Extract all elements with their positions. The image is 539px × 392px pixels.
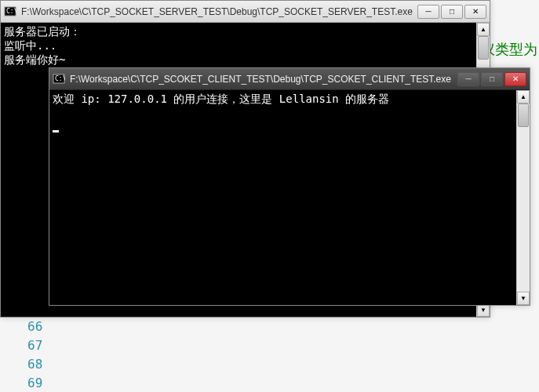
scroll-thumb[interactable]: [518, 103, 529, 127]
maximize-button[interactable]: □: [441, 5, 463, 19]
scroll-up-button[interactable]: ▲: [517, 90, 530, 103]
minimize-button[interactable]: ─: [457, 72, 479, 86]
scroll-track[interactable]: [517, 103, 530, 292]
client-window-buttons: ─ □ ✕: [457, 72, 526, 86]
console-icon: C:\: [53, 73, 65, 85]
client-title-text: F:\Workspace\C\TCP_SCOKET_CLIENT_TEST\De…: [70, 74, 457, 85]
svg-text:C:\: C:\: [55, 75, 65, 82]
maximize-button[interactable]: □: [481, 72, 503, 86]
editor-line-numbers: 66 67 68 69 70: [27, 318, 42, 392]
line-number: 69: [27, 374, 42, 392]
server-title-text: F:\Workspace\C\TCP_SOCKET_SERVER_TEST\De…: [21, 6, 417, 17]
close-button[interactable]: ✕: [504, 72, 526, 86]
server-window-buttons: ─ □ ✕: [417, 5, 486, 19]
console-icon: C:\: [4, 5, 16, 18]
text-cursor: [53, 130, 59, 132]
scroll-down-button[interactable]: ▼: [517, 292, 530, 305]
minimize-button[interactable]: ─: [417, 5, 439, 19]
client-console-content[interactable]: 欢迎 ip: 127.0.0.1 的用户连接，这里是 Lellansin 的服务…: [49, 90, 516, 305]
svg-text:C:\: C:\: [6, 8, 16, 15]
client-console-body: 欢迎 ip: 127.0.0.1 的用户连接，这里是 Lellansin 的服务…: [49, 90, 530, 305]
client-titlebar[interactable]: C:\ F:\Workspace\C\TCP_SCOKET_CLIENT_TES…: [49, 68, 530, 90]
line-number: 68: [27, 355, 42, 374]
line-number: 66: [27, 318, 42, 336]
scroll-thumb[interactable]: [478, 36, 489, 60]
client-console-window: C:\ F:\Workspace\C\TCP_SCOKET_CLIENT_TES…: [49, 67, 530, 306]
server-titlebar[interactable]: C:\ F:\Workspace\C\TCP_SOCKET_SERVER_TES…: [1, 1, 490, 23]
scroll-up-button[interactable]: ▲: [477, 23, 490, 36]
close-button[interactable]: ✕: [464, 5, 486, 19]
line-number: 67: [27, 336, 42, 355]
client-scrollbar: ▲ ▼: [516, 90, 530, 305]
